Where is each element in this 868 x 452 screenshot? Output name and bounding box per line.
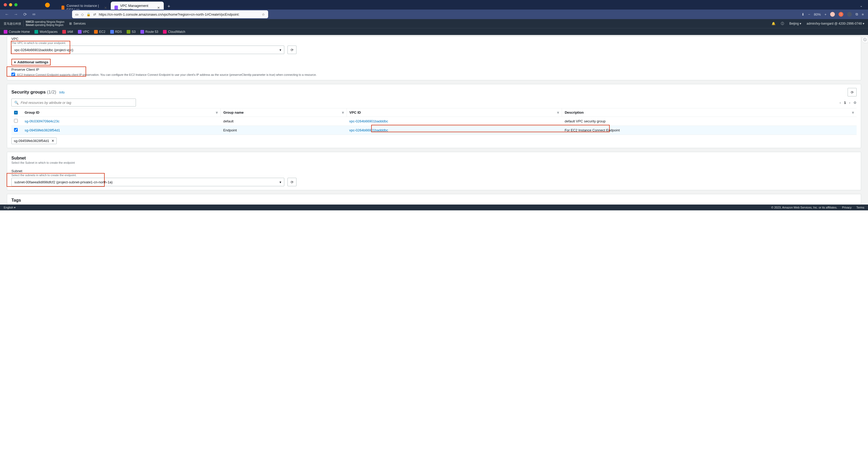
chevron-down-icon: ▾ bbox=[280, 48, 281, 52]
nav-iam[interactable]: IAM bbox=[62, 30, 73, 34]
macos-close-button[interactable] bbox=[4, 3, 7, 6]
permissions-icon[interactable]: ⇄ bbox=[93, 12, 96, 17]
close-icon[interactable]: ✕ bbox=[52, 139, 54, 143]
sg-refresh-button[interactable]: ⟳ bbox=[847, 88, 857, 96]
main-content: ⓘ VPC The VPC in which to create your en… bbox=[0, 35, 868, 205]
tags-panel: Tags Key Value - optional 🔍 ✕ 🔍 ✕ Remove… bbox=[7, 194, 861, 205]
security-groups-panel: Security groups (1/2) Info ⟳ 🔍 ‹ 1 › ⚙ −… bbox=[7, 84, 861, 148]
aws-service-nav: Console Home WorkSpaces IAM VPC EC2 RDS … bbox=[0, 28, 868, 35]
macos-minimize-button[interactable] bbox=[9, 3, 12, 6]
nav-console-home[interactable]: Console Home bbox=[4, 30, 30, 34]
vpc-field-label: VPC bbox=[11, 37, 857, 41]
vpc-refresh-button[interactable]: ⟳ bbox=[287, 46, 297, 54]
page-next-button[interactable]: › bbox=[849, 101, 850, 104]
table-row[interactable]: sg-0fc030f4709d4c23c default vpc-0264b66… bbox=[11, 117, 857, 126]
col-group-id[interactable]: Group ID▿ bbox=[22, 108, 220, 117]
forward-button[interactable]: → bbox=[13, 12, 19, 17]
select-all-checkbox[interactable]: − bbox=[14, 111, 18, 115]
vpc-field-hint: The VPC in which to create your endpoint… bbox=[11, 41, 857, 44]
nav-rds[interactable]: RDS bbox=[110, 30, 122, 34]
sg-name-cell: default bbox=[220, 117, 347, 126]
mask-icon[interactable]: ∞ bbox=[31, 12, 37, 17]
help-icon[interactable]: ⓘ bbox=[781, 22, 784, 26]
nav-vpc[interactable]: VPC bbox=[78, 30, 90, 34]
col-group-name[interactable]: Group name▿ bbox=[220, 108, 347, 117]
browser-toolbar: ← → ⟳ ∞ ▭ ◇ 🔒 ⇄ https://cn-north-1.conso… bbox=[0, 9, 868, 19]
preserve-ip-checkbox[interactable] bbox=[11, 72, 15, 76]
vpc-id-link[interactable]: vpc-0264b66901badddbc bbox=[349, 119, 388, 123]
nav-workspaces[interactable]: WorkSpaces bbox=[34, 30, 58, 34]
preserve-ip-hint: EC2 Instance Connect Endpoint supports c… bbox=[17, 73, 317, 76]
collapse-caret-icon[interactable]: ▼ bbox=[13, 61, 17, 64]
hamburger-menu-icon[interactable]: ≡ bbox=[862, 12, 864, 17]
aws-footer: English ▾ © 2023, Amazon Web Services, I… bbox=[0, 205, 868, 210]
page-prev-button[interactable]: ‹ bbox=[840, 101, 841, 104]
extension-badge-icon[interactable]: ! bbox=[839, 12, 843, 17]
nav-route53[interactable]: Route 53 bbox=[141, 30, 158, 34]
table-row[interactable]: sg-09459feb3828f54d1 Endpoint vpc-0264b6… bbox=[11, 126, 857, 135]
shield-icon[interactable]: ◇ bbox=[81, 12, 84, 17]
back-button[interactable]: ← bbox=[4, 12, 9, 17]
zoom-out-button[interactable]: − bbox=[808, 12, 810, 17]
sg-info-link[interactable]: Info bbox=[59, 91, 65, 94]
extension-icon[interactable] bbox=[847, 12, 852, 17]
bookmark-star-icon[interactable]: ☆ bbox=[262, 12, 265, 17]
additional-settings-toggle[interactable]: Additional settings bbox=[18, 60, 49, 64]
url-input[interactable]: ▭ ◇ 🔒 ⇄ https://cn-north-1.console.amazo… bbox=[72, 10, 268, 18]
row-checkbox[interactable] bbox=[14, 128, 18, 132]
nav-s3[interactable]: S3 bbox=[127, 30, 136, 34]
sg-title: Security groups (1/2) bbox=[11, 90, 56, 95]
language-selector[interactable]: English ▾ bbox=[4, 206, 16, 209]
macos-zoom-button[interactable] bbox=[14, 3, 18, 6]
subnet-field-label: Subnet bbox=[11, 169, 857, 173]
aws-favicon bbox=[61, 6, 64, 10]
col-vpc-id[interactable]: VPC ID▿ bbox=[347, 108, 562, 117]
copyright-text: © 2023, Amazon Web Services, Inc. or its… bbox=[771, 206, 837, 209]
downloads-icon[interactable]: ⬇ bbox=[802, 12, 804, 17]
subnet-panel: Subnet Select the Subnet in which to cre… bbox=[7, 152, 861, 190]
subnet-select[interactable]: subnet-00faeea9d898dfcf2 (project-subnet… bbox=[11, 178, 284, 186]
lock-icon[interactable]: 🔒 bbox=[86, 12, 91, 17]
row-checkbox[interactable] bbox=[14, 119, 18, 123]
terms-link[interactable]: Terms bbox=[856, 206, 864, 209]
subnet-field-hint: Select the subnets in which to create th… bbox=[11, 174, 857, 177]
sg-name-cell: Endpoint bbox=[220, 126, 347, 135]
subnet-title: Subnet bbox=[11, 156, 857, 160]
nav-ec2[interactable]: EC2 bbox=[94, 30, 105, 34]
extensions-icon[interactable]: ⧉ bbox=[856, 12, 858, 17]
col-description[interactable]: Description▿ bbox=[562, 108, 857, 117]
sg-search-input[interactable]: 🔍 bbox=[11, 98, 136, 107]
info-drawer-toggle[interactable]: ⓘ bbox=[862, 36, 868, 43]
privacy-link[interactable]: Privacy bbox=[842, 206, 851, 209]
table-settings-icon[interactable]: ⚙ bbox=[854, 101, 857, 104]
page-number: 1 bbox=[844, 101, 846, 104]
subnet-title-hint: Select the Subnet in which to create the… bbox=[11, 161, 857, 164]
close-icon[interactable]: ✕ bbox=[104, 6, 107, 10]
services-menu[interactable]: ⊞ Services bbox=[69, 22, 86, 25]
sg-id-link[interactable]: sg-0fc030f4709d4c23c bbox=[25, 119, 60, 123]
tab-overflow-button[interactable]: ⌄ bbox=[855, 2, 868, 10]
aws-partner-label: Sinnet operating Beijing Region bbox=[26, 24, 64, 27]
region-selector[interactable]: Beijing ▾ bbox=[789, 22, 801, 25]
account-menu[interactable]: admin/lxy-Isengard @ 4200-2996-0748 ▾ bbox=[807, 22, 864, 25]
reader-icon[interactable]: ▭ bbox=[75, 12, 79, 17]
chip-label: sg-09459feb3828f54d1 bbox=[14, 139, 49, 143]
zoom-in-button[interactable]: + bbox=[825, 12, 827, 17]
aws-cn-logo: 亚马逊云科技 bbox=[4, 22, 21, 26]
subnet-refresh-button[interactable]: ⟳ bbox=[287, 178, 297, 186]
nav-cloudwatch[interactable]: CloudWatch bbox=[163, 30, 185, 34]
selected-sg-chip[interactable]: sg-09459feb3828f54d1 ✕ bbox=[11, 138, 57, 144]
extension-noscript-icon[interactable] bbox=[830, 12, 835, 17]
tags-title: Tags bbox=[11, 198, 857, 203]
sg-desc-cell: default VPC security group bbox=[562, 117, 857, 126]
vpc-id-link[interactable]: vpc-0264b66901badddbc bbox=[349, 128, 388, 132]
chevron-down-icon: ▾ bbox=[280, 180, 281, 184]
close-icon[interactable]: ✕ bbox=[157, 6, 160, 10]
security-groups-table: − Group ID▿ Group name▿ VPC ID▿ Descript… bbox=[11, 108, 857, 135]
preserve-ip-label: Preserve Client IP bbox=[11, 67, 857, 71]
vpc-select[interactable]: vpc-0264b66901badddbc (project-vpc) ▾ bbox=[11, 46, 284, 54]
sg-id-link[interactable]: sg-09459feb3828f54d1 bbox=[25, 128, 60, 132]
reload-button[interactable]: ⟳ bbox=[22, 12, 28, 17]
url-text: https://cn-north-1.console.amazonaws.cn/… bbox=[99, 12, 259, 17]
notifications-icon[interactable]: 🔔 bbox=[772, 22, 776, 25]
